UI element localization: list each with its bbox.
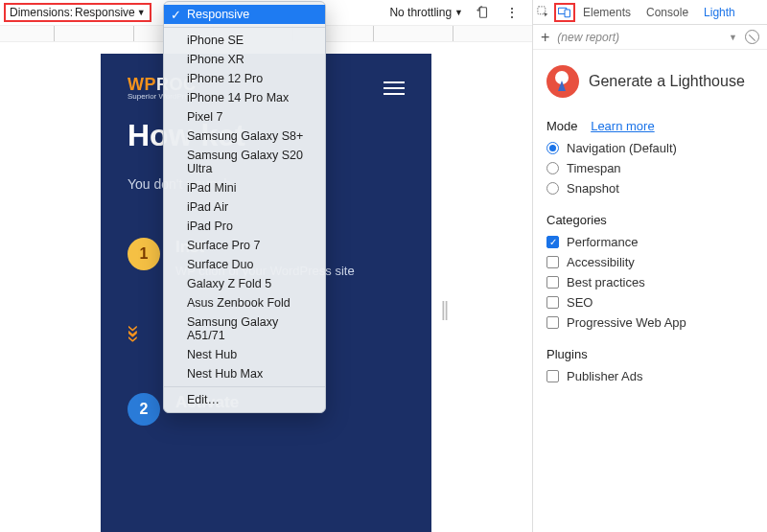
device-option[interactable]: iPhone SE: [164, 31, 325, 50]
report-label[interactable]: (new report): [557, 31, 721, 44]
mode-label: Mode: [546, 119, 578, 133]
device-option[interactable]: Samsung Galaxy A51/71: [164, 312, 325, 345]
plugin-label: Publisher Ads: [567, 369, 643, 383]
radio-icon: [546, 142, 559, 154]
dimensions-label: Dimensions:: [10, 6, 73, 19]
cat-option[interactable]: Accessibility: [546, 255, 754, 269]
cat-label: Performance: [567, 235, 638, 249]
chevron-down-icon: ▼: [454, 8, 463, 17]
devtools-tabs: Elements Console Lighth: [533, 0, 767, 25]
throttling-dropdown[interactable]: No throttling ▼: [384, 6, 469, 19]
cat-label: Best practices: [567, 275, 645, 289]
checkbox-icon: [546, 370, 559, 382]
dimensions-value: Responsive: [75, 6, 135, 19]
svg-rect-2: [565, 9, 569, 16]
down-arrows-icon: »»: [121, 325, 146, 344]
cat-option[interactable]: SEO: [546, 295, 754, 310]
device-option[interactable]: Samsung Galaxy S20 Ultra: [164, 146, 325, 178]
step-badge: 2: [128, 393, 160, 426]
cat-label: Progressive Web App: [567, 315, 686, 330]
more-icon[interactable]: ⋮: [498, 5, 528, 20]
checkbox-icon: [546, 236, 559, 248]
lighthouse-panel: Generate a Lighthouse Mode Learn more Na…: [533, 50, 767, 416]
device-option[interactable]: Pixel 7: [164, 107, 325, 127]
device-option[interactable]: iPad Mini: [164, 178, 325, 197]
inspect-icon[interactable]: [533, 3, 554, 22]
categories-label: Categories: [546, 213, 754, 227]
plus-icon[interactable]: +: [541, 29, 549, 46]
device-option[interactable]: Galaxy Z Fold 5: [164, 274, 325, 293]
device-option[interactable]: Surface Pro 7: [164, 236, 325, 255]
logo-text-a: WP: [128, 75, 156, 94]
chevron-down-icon: ▼: [137, 8, 146, 17]
mode-label: Navigation (Default): [567, 141, 677, 155]
checkbox-icon: [546, 316, 559, 329]
device-option[interactable]: Samsung Galaxy S8+: [164, 127, 325, 146]
lighthouse-subbar: + (new report) ▼: [533, 25, 767, 50]
mode-option[interactable]: Timespan: [546, 161, 754, 175]
chevron-down-icon[interactable]: ▼: [729, 33, 737, 42]
mode-option[interactable]: Snapshot: [546, 181, 754, 196]
device-menu[interactable]: ResponsiveiPhone SEiPhone XRiPhone 12 Pr…: [163, 1, 326, 413]
device-option[interactable]: Surface Duo: [164, 255, 325, 274]
device-option[interactable]: Nest Hub Max: [164, 364, 325, 383]
rotate-icon[interactable]: [471, 6, 496, 19]
radio-icon: [546, 182, 559, 195]
device-option[interactable]: iPhone XR: [164, 50, 325, 69]
mode-label: Timespan: [567, 161, 621, 175]
cat-label: SEO: [567, 295, 593, 310]
menu-icon[interactable]: [384, 81, 405, 95]
device-edit[interactable]: Edit…: [164, 390, 325, 409]
plugin-option[interactable]: Publisher Ads: [546, 369, 754, 383]
cat-option[interactable]: Progressive Web App: [546, 315, 754, 330]
step-badge: 1: [128, 238, 160, 270]
device-option[interactable]: Responsive: [164, 5, 325, 24]
resize-handle[interactable]: ‖: [440, 297, 450, 320]
tab-elements[interactable]: Elements: [575, 6, 639, 19]
device-option[interactable]: Nest Hub: [164, 345, 325, 364]
cat-label: Accessibility: [567, 255, 635, 269]
device-option[interactable]: iPad Air: [164, 197, 325, 217]
tab-console[interactable]: Console: [639, 6, 696, 19]
checkbox-icon: [546, 276, 559, 289]
device-option[interactable]: iPhone 14 Pro Max: [164, 88, 325, 107]
clear-icon[interactable]: [745, 30, 759, 44]
device-option[interactable]: iPhone 12 Pro: [164, 69, 325, 88]
lighthouse-title: Generate a Lighthouse: [589, 73, 745, 90]
dimensions-dropdown[interactable]: Dimensions: Responsive ▼: [4, 3, 151, 22]
checkbox-icon: [546, 296, 559, 309]
mode-label: Snapshot: [567, 181, 619, 196]
cat-option[interactable]: Performance: [546, 235, 754, 249]
learn-more-link[interactable]: Learn more: [591, 119, 654, 133]
throttling-label: No throttling: [389, 6, 452, 19]
checkbox-icon: [546, 256, 559, 268]
lighthouse-logo-icon: [546, 65, 579, 98]
radio-icon: [546, 162, 559, 174]
plugins-label: Plugins: [546, 347, 754, 361]
cat-option[interactable]: Best practices: [546, 275, 754, 289]
device-option[interactable]: Asus Zenbook Fold: [164, 293, 325, 312]
device-option[interactable]: iPad Pro: [164, 217, 325, 236]
device-toggle-icon[interactable]: [554, 3, 575, 22]
mode-option[interactable]: Navigation (Default): [546, 141, 754, 155]
tab-lighthouse[interactable]: Lighth: [696, 6, 743, 19]
